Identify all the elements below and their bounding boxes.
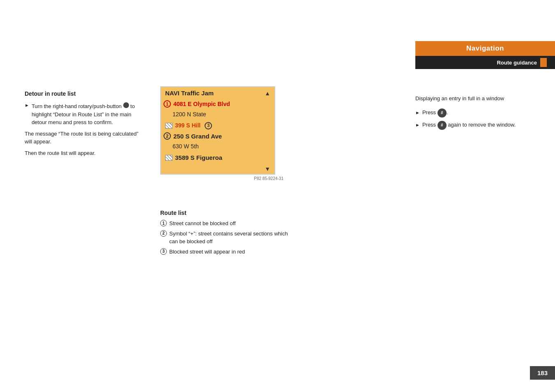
navi-box-header: NAVI Traffic Jam ▲ (161, 87, 274, 99)
navi-row-1: 1 4081 E Olympic Blvd (161, 99, 274, 109)
right-bullet-2-text: Press # again to remove the window. (422, 121, 516, 130)
right-bullet-1: ► Press #. (415, 108, 530, 118)
arrow-icon-right-1: ► (415, 109, 420, 117)
navi-row-6-text: 3589 S Figueroa (175, 153, 222, 163)
circle-1-icon: 1 (164, 100, 171, 108)
navi-traffic-jam-box: NAVI Traffic Jam ▲ 1 4081 E Olympic Blvd… (160, 86, 275, 175)
navi-down-arrow: ▼ (161, 164, 274, 174)
right-bullet-1-text: Press #. (422, 108, 448, 118)
route-legend-1: 1 Street cannot be blocked off (160, 219, 292, 228)
detour-bullet-1-text: Turn the right-hand rotary/push-button t… (32, 101, 140, 127)
navi-row-2: 1200 N State (161, 109, 274, 120)
nav-subtitle-block (540, 58, 547, 67)
navi-box-title: NAVI Traffic Jam (165, 90, 214, 97)
middle-section: NAVI Traffic Jam ▲ 1 4081 E Olympic Blvd… (160, 86, 283, 181)
nav-title: Navigation (415, 41, 555, 56)
route-list-section: Route list 1 Street cannot be blocked of… (160, 210, 292, 258)
route-legend-2: 2 Symbol “+”: street contains several se… (160, 230, 292, 246)
striped-icon-6 (165, 155, 173, 161)
route-legend-3: 3 Blocked street will appear in red (160, 248, 292, 256)
rotary-icon (123, 102, 129, 108)
navi-row-4: 2 250 S Grand Ave (161, 131, 274, 141)
circle-2-icon: 2 (164, 132, 171, 140)
detour-para-1: The message “The route list is being cal… (25, 130, 140, 146)
navi-row-6: 3589 S Figueroa (161, 152, 274, 164)
nav-subtitle-text: Route guidance (497, 60, 537, 66)
navi-row-4-text: 250 S Grand Ave (173, 133, 222, 140)
right-intro: Displaying an entry in full in a window (415, 95, 530, 103)
nav-subtitle: Route guidance (415, 56, 555, 69)
detour-title: Detour in route list (25, 90, 140, 97)
legend-2-text: Symbol “+”: street contains several sect… (169, 230, 292, 246)
arrow-icon-1: ► (25, 102, 29, 109)
hash-button-2: # (438, 121, 447, 130)
left-section: Detour in route list ► Turn the right-ha… (25, 90, 140, 157)
hash-button-1: # (438, 108, 447, 118)
navi-row-5: 630 W 5th (161, 141, 274, 152)
page-number: 183 (530, 366, 555, 380)
legend-circle-2: 2 (160, 230, 167, 237)
legend-3-text: Blocked street will appear in red (169, 248, 245, 256)
right-bullet-2: ► Press # again to remove the window. (415, 121, 530, 130)
navi-row-1-text: 4081 E Olympic Blvd (173, 101, 230, 107)
circle-3-icon: 3 (205, 122, 212, 129)
striped-icon-3 (165, 123, 173, 129)
image-ref: P82 85-9224-31 (160, 176, 283, 181)
detour-para-2: Then the route list will appear. (25, 149, 140, 157)
navi-row-3-text: 399 S Hill (175, 121, 200, 130)
detour-bullet-1: ► Turn the right-hand rotary/push-button… (25, 101, 140, 127)
route-list-title: Route list (160, 210, 292, 216)
arrow-icon-right-2: ► (415, 122, 420, 129)
right-section: Displaying an entry in full in a window … (415, 95, 530, 133)
nav-header: Navigation Route guidance (415, 41, 555, 69)
legend-1-text: Street cannot be blocked off (169, 219, 236, 228)
legend-circle-3: 3 (160, 248, 167, 255)
navi-up-arrow-icon: ▲ (265, 90, 270, 97)
navi-row-3: 399 S Hill 3 (161, 120, 274, 131)
legend-circle-1: 1 (160, 220, 167, 226)
